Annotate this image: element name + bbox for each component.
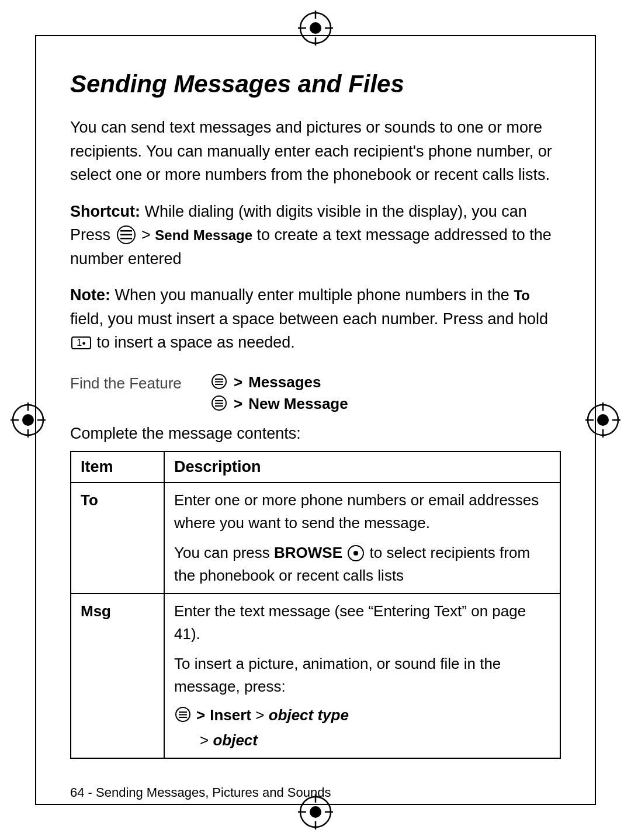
table-cell-item-msg: Msg [71,593,164,758]
note-to-field: To [514,287,530,303]
menu-icon-shortcut [117,225,136,244]
shortcut-paragraph: Shortcut: While dialing (with digits vis… [70,200,561,271]
table-header-item: Item [71,452,164,483]
to-desc-2: You can press BROWSE to select recipient… [174,542,550,587]
insert-arrow1: > [196,704,205,727]
shortcut-send-message: Send Message [155,227,252,243]
svg-point-7 [310,806,321,818]
note-paragraph: Note: When you manually enter multiple p… [70,283,561,355]
feature-path: Find the Feature > Messages [70,373,561,413]
menu-icon-step1 [212,374,227,389]
note-text3: to insert a space as needed. [92,334,295,351]
svg-rect-30 [215,400,223,401]
svg-point-19 [597,414,609,426]
browse-icon [348,545,364,561]
svg-rect-26 [120,238,132,239]
menu-icon-insert [175,707,190,722]
browse-bold: BROWSE [274,544,342,561]
shortcut-arrow: > [141,226,155,244]
svg-rect-27 [215,379,223,380]
table-header-row: Item Description [71,452,560,483]
svg-rect-25 [120,234,132,235]
insert-object-line: > object [200,729,550,752]
object-label: object [213,731,258,749]
step2-arrow: > [234,395,242,413]
step1-label: Messages [248,373,321,391]
svg-point-1 [310,22,321,34]
svg-rect-31 [215,402,223,404]
feature-step-1: > Messages [210,373,348,391]
table-row: To Enter one or more phone numbers or em… [71,483,560,593]
note-label: Note: [70,286,110,304]
table-header-description: Description [164,452,560,483]
svg-rect-35 [179,717,187,718]
table-cell-desc-to: Enter one or more phone numbers or email… [164,483,560,593]
msg-desc-1: Enter the text message (see “Entering Te… [174,600,550,645]
note-text2: field, you must insert a space between e… [70,310,548,328]
feature-step-2: > New Message [210,395,348,413]
page-footer: 64 - Sending Messages, Pictures and Soun… [70,785,331,800]
registration-mark-left [11,402,46,438]
complete-message-label: Complete the message contents: [70,425,561,443]
page-title: Sending Messages and Files [70,70,561,98]
svg-rect-28 [215,381,223,382]
step2-label: New Message [248,395,348,413]
feature-label: Find the Feature [70,373,199,393]
feature-steps: > Messages > New Message [210,373,348,413]
svg-point-13 [22,414,34,426]
registration-mark-right [585,402,620,438]
content-table: Item Description To Enter one or more ph… [70,451,561,759]
insert-path: > Insert > object type [174,704,550,727]
msg-desc-2: To insert a picture, animation, or sound… [174,652,550,698]
border-right [595,35,596,805]
svg-rect-24 [120,230,132,232]
menu-icon-step2 [212,395,227,411]
svg-rect-32 [215,405,223,407]
insert-bold: Insert [210,706,251,724]
key-icon-1: 1● [71,336,91,349]
insert-label: Insert > object type [210,704,349,727]
page-content: Sending Messages and Files You can send … [70,58,561,782]
registration-mark-top [298,11,333,46]
border-left [35,35,36,805]
object-type-label: object type [269,706,349,724]
svg-rect-34 [179,714,187,715]
to-desc-1: Enter one or more phone numbers or email… [174,489,550,534]
note-text: When you manually enter multiple phone n… [110,286,514,304]
table-cell-desc-msg: Enter the text message (see “Entering Te… [164,593,560,758]
border-bottom [35,804,596,805]
border-top [35,35,596,36]
table-cell-item-to: To [71,483,164,593]
step1-arrow: > [234,373,242,391]
svg-rect-33 [179,711,187,713]
intro-paragraph: You can send text messages and pictures … [70,116,561,187]
svg-rect-29 [215,384,223,385]
shortcut-label: Shortcut: [70,203,140,220]
table-row: Msg Enter the text message (see “Enterin… [71,593,560,758]
